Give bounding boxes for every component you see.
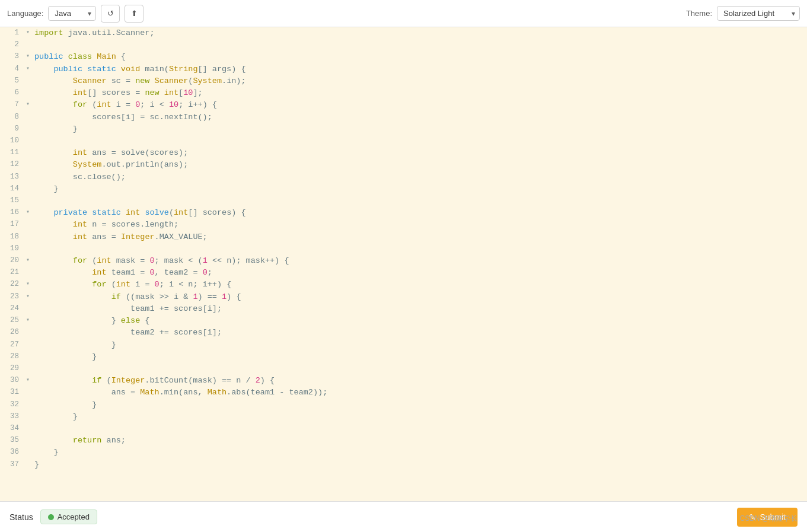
code-line[interactable] [32, 195, 807, 207]
code-line[interactable]: scores[i] = sc.nextInt(); [32, 112, 807, 123]
fold-arrow[interactable]: ▾ [24, 279, 32, 291]
fold-arrow[interactable]: ▾ [24, 99, 32, 111]
code-line[interactable]: for (int i = 0; i < 10; i++) { [32, 99, 807, 111]
fold-arrow [24, 39, 32, 51]
code-line[interactable]: if ((mask >> i & 1) == 1) { [32, 291, 807, 303]
table-row: 30▾ if (Integer.bitCount(mask) == n / 2)… [0, 375, 807, 387]
code-line[interactable]: } [32, 123, 807, 135]
table-row: 2 [0, 39, 807, 51]
fold-arrow [24, 147, 32, 159]
code-line[interactable]: int[] scores = new int[10]; [32, 87, 807, 99]
table-row: 26 team2 += scores[i]; [0, 327, 807, 339]
table-row: 11 int ans = solve(scores); [0, 147, 807, 159]
code-line[interactable]: System.out.println(ans); [32, 159, 807, 171]
fold-arrow[interactable]: ▾ [24, 27, 32, 39]
fold-arrow[interactable]: ▾ [24, 63, 32, 75]
code-line[interactable]: } [32, 459, 807, 471]
code-line[interactable]: Scanner sc = new Scanner(System.in); [32, 75, 807, 87]
refresh-button[interactable]: ↺ [101, 5, 120, 23]
table-row: 35 return ans; [0, 435, 807, 447]
code-line[interactable]: for (int mask = 0; mask < (1 << n); mask… [32, 255, 807, 267]
table-row: 31 ans = Math.min(ans, Math.abs(team1 - … [0, 387, 807, 399]
code-line[interactable]: } else { [32, 315, 807, 327]
table-row: 20▾ for (int mask = 0; mask < (1 << n); … [0, 255, 807, 267]
line-number: 32 [0, 399, 24, 411]
table-row: 22▾ for (int i = 0; i < n; i++) { [0, 279, 807, 291]
fold-arrow[interactable]: ▾ [24, 291, 32, 303]
code-editor[interactable]: 1▾import java.util.Scanner;23▾public cla… [0, 27, 807, 501]
fold-arrow[interactable]: ▾ [24, 375, 32, 387]
code-line[interactable] [32, 363, 807, 375]
code-line[interactable] [32, 423, 807, 435]
line-number: 20 [0, 255, 24, 267]
line-number: 6 [0, 87, 24, 99]
line-number: 35 [0, 435, 24, 447]
status-badge: Accepted [40, 509, 97, 524]
fold-arrow [24, 112, 32, 123]
line-number: 29 [0, 363, 24, 375]
fold-arrow [24, 411, 32, 423]
code-line[interactable]: public class Main { [32, 51, 807, 63]
table-row: 29 [0, 363, 807, 375]
code-line[interactable]: int ans = Integer.MAX_VALUE; [32, 231, 807, 243]
code-line[interactable]: int team1 = 0, team2 = 0; [32, 267, 807, 279]
code-line[interactable]: team2 += scores[i]; [32, 327, 807, 339]
fold-arrow [24, 243, 32, 255]
code-line[interactable]: } [32, 339, 807, 351]
table-row: 13 sc.close(); [0, 171, 807, 183]
fold-arrow[interactable]: ▾ [24, 51, 32, 63]
line-number: 34 [0, 423, 24, 435]
table-row: 36 } [0, 447, 807, 458]
table-row: 4▾ public static void main(String[] args… [0, 63, 807, 75]
code-line[interactable]: private static int solve(int[] scores) { [32, 207, 807, 219]
code-line[interactable]: sc.close(); [32, 171, 807, 183]
table-row: 12 System.out.println(ans); [0, 159, 807, 171]
code-line[interactable]: int ans = solve(scores); [32, 147, 807, 159]
line-number: 27 [0, 339, 24, 351]
code-line[interactable]: return ans; [32, 435, 807, 447]
table-row: 37} [0, 459, 807, 471]
status-text: Accepted [58, 512, 90, 521]
line-number: 30 [0, 375, 24, 387]
theme-select-wrapper: Solarized Light Solarized Dark Monokai [717, 6, 800, 21]
table-row: 14 } [0, 183, 807, 195]
code-line[interactable]: } [32, 411, 807, 423]
line-number: 2 [0, 39, 24, 51]
fold-arrow[interactable]: ▾ [24, 255, 32, 267]
code-line[interactable]: ans = Math.min(ans, Math.abs(team1 - tea… [32, 387, 807, 399]
line-number: 15 [0, 195, 24, 207]
code-line[interactable]: team1 += scores[i]; [32, 303, 807, 315]
fold-arrow[interactable]: ▾ [24, 207, 32, 219]
code-line[interactable] [32, 135, 807, 147]
line-number: 9 [0, 123, 24, 135]
table-row: 24 team1 += scores[i]; [0, 303, 807, 315]
fold-arrow [24, 363, 32, 375]
code-line[interactable] [32, 39, 807, 51]
code-line[interactable]: if (Integer.bitCount(mask) == n / 2) { [32, 375, 807, 387]
code-line[interactable]: } [32, 399, 807, 411]
code-line[interactable]: public static void main(String[] args) { [32, 63, 807, 75]
code-line[interactable]: for (int i = 0; i < n; i++) { [32, 279, 807, 291]
theme-select[interactable]: Solarized Light Solarized Dark Monokai [717, 6, 800, 21]
upload-button[interactable]: ⬆ [125, 5, 143, 23]
theme-label: Theme: [686, 9, 712, 18]
fold-arrow [24, 171, 32, 183]
fold-arrow [24, 327, 32, 339]
table-row: 33 } [0, 411, 807, 423]
table-row: 8 scores[i] = sc.nextInt(); [0, 112, 807, 123]
line-number: 37 [0, 459, 24, 471]
code-line[interactable]: } [32, 183, 807, 195]
code-line[interactable]: int n = scores.length; [32, 219, 807, 231]
fold-arrow [24, 435, 32, 447]
watermark: CSDN @清隆学长 [739, 514, 798, 524]
language-select[interactable]: Java C++ Python [48, 6, 96, 21]
line-number: 36 [0, 447, 24, 458]
line-number: 5 [0, 75, 24, 87]
upload-icon: ⬆ [131, 9, 138, 18]
code-line[interactable]: } [32, 447, 807, 458]
code-line[interactable] [32, 243, 807, 255]
fold-arrow[interactable]: ▾ [24, 315, 32, 327]
code-line[interactable]: import java.util.Scanner; [32, 27, 807, 39]
statusbar: Status Accepted ✎ Submit [0, 501, 807, 532]
code-line[interactable]: } [32, 351, 807, 363]
